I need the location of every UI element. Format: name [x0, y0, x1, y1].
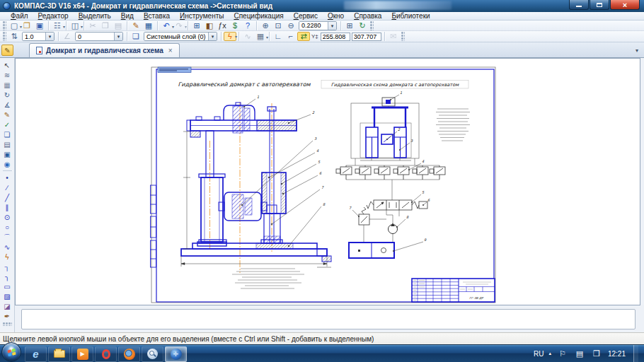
verify-icon[interactable]: ✓	[1, 120, 13, 129]
taskbar-firefox[interactable]	[118, 346, 140, 362]
print-preview-icon[interactable]: ◫▾	[69, 21, 81, 30]
toolbar-grip[interactable]	[3, 322, 12, 326]
hatch-tool-icon[interactable]: ▨	[1, 292, 13, 301]
paste-icon[interactable]: ▤	[112, 21, 125, 30]
messages-icon[interactable]: ✉	[387, 32, 400, 41]
taskbar-kompas[interactable]	[165, 346, 187, 362]
menu-item-7[interactable]: Спецификация	[229, 12, 288, 21]
selected-stamp-text[interactable]	[158, 67, 191, 73]
menu-item-10[interactable]: Справка	[349, 12, 386, 21]
context-help-icon[interactable]: ?	[241, 21, 254, 30]
zoom-scale-dropdown[interactable]: ▾	[328, 21, 336, 30]
currency-icon[interactable]: $	[229, 21, 241, 30]
functions-icon[interactable]: ƒx	[216, 21, 229, 30]
document-tab[interactable]: Домкрат и гидравлическая схема ×	[29, 43, 180, 57]
cursor-snap-icon[interactable]: ⇄	[297, 32, 310, 41]
save-icon[interactable]: ▣	[33, 21, 46, 30]
clock[interactable]: 12:21	[608, 350, 628, 358]
toolbar-grip[interactable]	[370, 21, 374, 30]
new-document-icon[interactable]: ▢▾	[8, 21, 21, 30]
language-indicator[interactable]: RU	[534, 350, 544, 358]
ortho-mode-icon[interactable]: ∟	[272, 32, 284, 41]
angle-value-input[interactable]	[76, 33, 114, 40]
start-button[interactable]	[1, 342, 21, 362]
drawing-canvas[interactable]: Гидравлический домкрат с автоперехватом …	[15, 58, 640, 305]
zoom-window-icon[interactable]: ⊡	[272, 21, 284, 30]
rectangle-tool-icon[interactable]: ▭	[1, 282, 13, 291]
fill-tool-icon[interactable]: ◪	[1, 302, 13, 311]
tab-close-icon[interactable]: ×	[167, 47, 173, 54]
line-tool-icon[interactable]: ╱	[1, 193, 13, 202]
menu-item-4[interactable]: Вид	[116, 12, 139, 21]
rotate-view-icon[interactable]: ↻	[1, 90, 13, 100]
maximize-button[interactable]	[590, 0, 609, 10]
menu-item-11[interactable]: Библиотеки	[386, 12, 435, 21]
taskbar-media-player[interactable]: ▶	[71, 346, 93, 362]
copy-properties-icon[interactable]: ✎	[130, 21, 142, 30]
variables-icon[interactable]: ⊞	[190, 21, 203, 30]
grid-toggle-icon[interactable]: ▦▾	[254, 32, 267, 41]
close-button[interactable]: ×	[610, 0, 640, 10]
compact-panel-toggle[interactable]: ✎	[1, 45, 13, 56]
line-scale-combo[interactable]: ▾	[22, 32, 54, 41]
document-manager-icon[interactable]: ◧	[203, 21, 216, 30]
menu-item-2[interactable]: Редактор	[33, 12, 74, 21]
local-frame-icon[interactable]: ⌐	[284, 32, 297, 41]
schema-title[interactable]: Гидравлическая схема домкрата с автопере…	[331, 82, 459, 88]
tray-expand-icon[interactable]: ▴	[548, 351, 551, 356]
report-table-icon[interactable]: ▣	[1, 150, 13, 159]
annotate-icon[interactable]: ✎	[1, 110, 13, 119]
flag-icon[interactable]: ⚐	[556, 349, 569, 358]
current-layer-input[interactable]	[144, 33, 208, 40]
current-layer-combo[interactable]: ▾	[144, 32, 217, 41]
angle-value-dropdown[interactable]: ▾	[114, 32, 122, 41]
spec-document-icon[interactable]: ▤	[1, 140, 13, 149]
layers-doc-icon[interactable]: ❏	[1, 130, 13, 139]
zoom-scale-input[interactable]	[299, 22, 328, 30]
aux-line-tool-icon[interactable]: ∕	[1, 183, 13, 192]
selection-filter-icon[interactable]: ≋	[1, 71, 13, 80]
measure-icon[interactable]: ∡	[1, 100, 13, 110]
open-document-icon[interactable]: ❐	[21, 21, 33, 30]
snap-toggle-icon[interactable]: ϟ▾	[224, 32, 236, 41]
tab-overflow-icon[interactable]: ▾	[636, 47, 638, 54]
toolbar-grip[interactable]	[3, 32, 6, 41]
select-cursor-icon[interactable]: ↖	[1, 61, 13, 70]
menu-item-5[interactable]: Вставка	[139, 12, 175, 21]
show-all-icon[interactable]: ⊞	[343, 21, 356, 30]
menu-item-9[interactable]: Окно	[323, 12, 349, 21]
parallel-tool-icon[interactable]: ∥	[1, 203, 13, 212]
aux-mode-icon[interactable]: ∿	[241, 32, 254, 41]
minimize-button[interactable]	[569, 0, 589, 10]
taskbar-internet-explorer[interactable]: e	[25, 346, 47, 362]
jack-title[interactable]: Гидравлический домкрат с автоперехватом	[178, 81, 311, 88]
line-scale-input[interactable]	[23, 33, 45, 40]
lightning-tool-icon[interactable]: ϟ	[1, 252, 13, 262]
layers-icon[interactable]: ❏	[130, 32, 142, 41]
menu-item-3[interactable]: Выделить	[74, 12, 116, 21]
print-dropdown-icon[interactable]: ▾	[63, 23, 65, 32]
angle-icon[interactable]: ∠	[61, 32, 74, 41]
vertex-moves-icon[interactable]: ⇅	[8, 32, 21, 41]
toolbar-grip[interactable]	[401, 32, 405, 41]
copy-icon[interactable]: ❐	[99, 21, 112, 30]
menu-item-8[interactable]: Сервис	[289, 12, 323, 21]
zoom-out-icon[interactable]: ⊖	[284, 21, 297, 30]
snap-toggle-dropdown-icon[interactable]: ▾	[235, 33, 237, 42]
taskbar-explorer[interactable]	[48, 346, 70, 362]
coord-x-field[interactable]	[321, 33, 350, 41]
taskbar-search-app[interactable]	[142, 346, 163, 362]
grid-snap-icon[interactable]: ▦	[1, 81, 13, 90]
redo-icon[interactable]: ↷▾	[173, 21, 185, 30]
circle-tool-icon[interactable]: ⊙	[1, 213, 13, 222]
zoom-scale-combo[interactable]: ▾	[299, 21, 337, 30]
chamfer-tool-icon[interactable]: ┐	[1, 262, 13, 272]
taskbar-opera[interactable]	[95, 346, 117, 362]
action-center-icon[interactable]: ▤	[573, 349, 586, 358]
fillet-tool-icon[interactable]: ╮	[1, 272, 13, 281]
property-panel[interactable]	[21, 309, 636, 329]
point-tool-icon[interactable]: •	[1, 173, 13, 182]
drawing-sheet[interactable]: Гидравлический домкрат с автоперехватом …	[150, 66, 497, 305]
menu-item-1[interactable]: Файл	[6, 12, 33, 21]
angle-value-combo[interactable]: ▾	[75, 32, 123, 41]
